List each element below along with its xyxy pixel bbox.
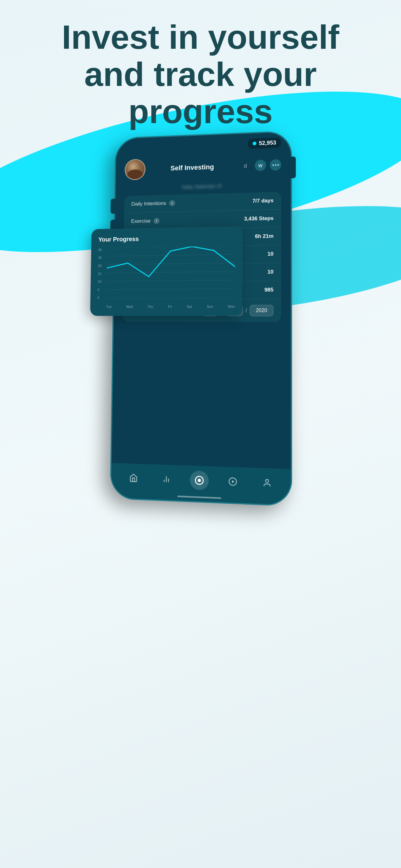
nav-item-profile[interactable] [257,473,277,493]
x-label: Sat [187,305,192,308]
phone-mockup: 52,953 Self Investing d w [110,131,291,500]
stat-value-household: 10 [267,269,273,275]
stat-label: Daily Intentions [131,200,166,207]
stat-value-diet: 10 [268,251,274,257]
x-label: Mon [228,305,235,308]
y-label: 5 [97,288,101,291]
phone-screen: 52,953 Self Investing d w [111,132,291,505]
stat-label: Exercise [131,218,151,225]
hero-title: Invest in yourself and track your progre… [0,19,401,130]
phone-frame: 52,953 Self Investing d w [110,131,292,506]
progress-card: Your Progress 0 5 10 15 20 25 30 [90,226,243,316]
svg-line-14 [106,298,235,299]
points-value: 52,953 [259,140,276,147]
play-icon [228,477,237,486]
tab-d[interactable]: d [240,160,251,172]
y-label: 15 [98,272,101,276]
y-label: 30 [98,248,102,252]
date-label: Today, September 25 [124,182,281,191]
svg-line-8 [107,246,235,248]
svg-point-7 [265,479,269,483]
info-icon[interactable]: i [154,218,160,224]
hero-section: Invest in yourself and track your progre… [0,19,401,130]
nav-item-stats[interactable] [157,469,175,489]
y-label: 25 [98,256,102,260]
record-icon [195,475,204,485]
stat-value-sleep: 6h 21m [255,233,273,240]
points-indicator [253,142,257,145]
info-icon[interactable]: i [169,200,175,206]
stat-value-daily-intentions: 7/7 days [252,197,274,204]
profile-icon [262,478,271,488]
app-title: Self Investing [145,162,240,173]
stat-label-group: Daily Intentions i [131,200,175,207]
y-label: 20 [98,264,102,268]
x-label: Wed [126,305,133,309]
progress-chart-svg [106,246,235,299]
points-badge: 52,953 [248,137,281,149]
chart-area: 0 5 10 15 20 25 30 [97,246,235,309]
time-tabs: d w [240,159,281,172]
home-icon [129,473,138,483]
nav-item-home[interactable] [124,468,143,488]
avatar-image [126,160,145,179]
svg-point-4 [198,479,201,482]
x-label: Tue [106,305,112,309]
date-separator-2: / [245,307,247,314]
bottom-nav [111,463,291,505]
more-options[interactable] [270,159,281,170]
stats-icon [162,475,170,484]
svg-line-11 [107,272,235,273]
svg-marker-6 [232,480,234,483]
x-label: Thu [147,305,153,308]
avatar[interactable] [125,159,145,180]
stat-label-group: Exercise i [131,218,160,224]
x-label: Fri [168,305,172,308]
nav-item-record[interactable] [190,470,209,491]
stat-value-sober: 985 [265,287,274,293]
x-label: Sun [207,305,213,308]
svg-line-13 [106,289,235,289]
recovery-date-year[interactable]: 2020 [249,305,273,316]
x-axis: Tue Wed Thu Fri Sat Sun Mon [106,305,235,309]
y-axis: 0 5 10 15 20 25 30 [97,248,102,300]
y-label: 0 [97,296,101,300]
stat-value-exercise: 3,436 Steps [244,215,274,222]
tab-w[interactable]: w [255,160,266,171]
progress-card-title: Your Progress [98,234,235,243]
svg-line-12 [106,280,235,281]
app-header: Self Investing d w [115,147,291,183]
nav-item-play[interactable] [223,471,242,492]
y-label: 10 [98,280,101,283]
svg-line-9 [107,254,235,256]
